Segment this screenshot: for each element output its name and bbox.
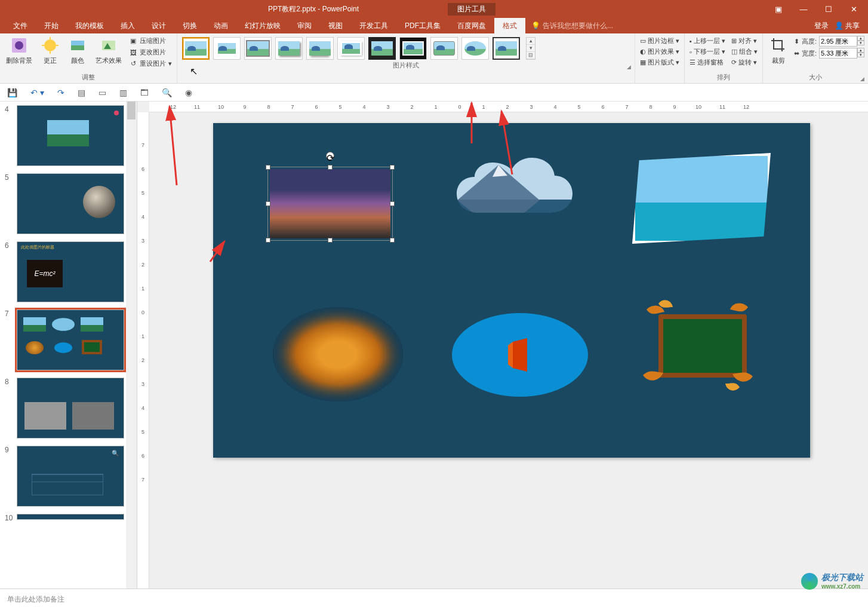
thumb-7: 7	[0, 306, 137, 374]
slide-thumbnail[interactable]	[17, 378, 124, 439]
notes-pane[interactable]: 单击此处添加备注	[0, 588, 868, 610]
send-backward-button[interactable]: ▫下移一层 ▾	[687, 47, 728, 57]
login-button[interactable]: 登录	[814, 21, 829, 31]
picture-blackboard-leaves[interactable]	[638, 301, 767, 394]
selection-pane-button[interactable]: ☰选择窗格	[687, 57, 728, 68]
tab-design[interactable]: 设计	[143, 18, 174, 34]
change-picture-button[interactable]: 🖼更改图片	[127, 47, 174, 57]
picture-style-11[interactable]	[493, 37, 520, 60]
resize-handle-nw[interactable]	[266, 165, 270, 170]
picture-style-9[interactable]	[430, 37, 458, 60]
qat-btn-9[interactable]: ◉	[185, 88, 192, 97]
save-button[interactable]: 💾	[7, 88, 17, 97]
width-up[interactable]: ▴	[857, 48, 864, 53]
picture-office-ellipse[interactable]	[452, 313, 588, 397]
color-button[interactable]: 颜色	[64, 35, 91, 66]
align-button[interactable]: ⊞对齐 ▾	[729, 36, 760, 46]
tab-transitions[interactable]: 切换	[174, 18, 205, 34]
minimize-button[interactable]: —	[795, 5, 812, 14]
qat-btn-8[interactable]: 🔍	[162, 88, 172, 97]
picture-style-8[interactable]	[399, 37, 427, 60]
slide-thumbnail[interactable]: 此处填图片的标题 E=mc²	[17, 241, 124, 302]
ribbon-options-icon[interactable]: ▣	[770, 5, 787, 14]
picture-style-7[interactable]	[368, 37, 396, 60]
picture-style-6[interactable]	[337, 37, 365, 60]
picture-beach-snip[interactable]	[632, 153, 771, 244]
qat-btn-7[interactable]: 🗔	[140, 88, 149, 97]
bring-forward-button[interactable]: ▪上移一层 ▾	[687, 36, 728, 46]
redo-button[interactable]: ↷	[57, 88, 64, 97]
tab-view[interactable]: 视图	[320, 18, 351, 34]
slide-thumbnail[interactable]	[17, 173, 124, 234]
tab-insert[interactable]: 插入	[112, 18, 143, 34]
rotate-button[interactable]: ⟳旋转 ▾	[729, 57, 760, 68]
picture-leaf-oval[interactable]	[273, 307, 403, 401]
reset-picture-button[interactable]: ↺重设图片 ▾	[127, 59, 174, 69]
tab-pdf[interactable]: PDF工具集	[396, 18, 449, 34]
picture-style-5[interactable]	[306, 37, 334, 60]
share-button[interactable]: 👤 共享	[835, 21, 860, 31]
slide-thumbnail[interactable]	[17, 514, 124, 520]
group-button[interactable]: ◫组合 ▾	[729, 47, 760, 57]
tab-slideshow[interactable]: 幻灯片放映	[236, 18, 289, 34]
tab-animations[interactable]: 动画	[205, 18, 236, 34]
slide-editor[interactable]: 1211109876543210123456789101112 76543210…	[137, 102, 868, 588]
picture-layout-button[interactable]: ▦图片版式 ▾	[638, 57, 682, 68]
rotate-handle[interactable]: ⟳	[326, 152, 334, 160]
crop-button[interactable]: 裁剪	[765, 35, 792, 66]
resize-handle-ne[interactable]	[390, 165, 395, 170]
picture-style-4[interactable]	[275, 37, 303, 60]
picture-style-10[interactable]	[461, 37, 489, 60]
resize-handle-s[interactable]	[328, 238, 333, 243]
slide-thumbnail[interactable]	[17, 309, 124, 370]
qat-btn-4[interactable]: ▤	[78, 88, 85, 97]
picstyle-launcher[interactable]: ◢	[627, 64, 631, 70]
resize-handle-e[interactable]	[390, 201, 395, 206]
tab-mytpl[interactable]: 我的模板	[67, 18, 112, 34]
tab-format[interactable]: 格式	[494, 18, 525, 34]
close-button[interactable]: ✕	[845, 5, 862, 14]
picture-effects-button[interactable]: ◐图片效果 ▾	[638, 47, 682, 57]
tab-baidu[interactable]: 百度网盘	[449, 18, 494, 34]
slide-thumbnails-panel[interactable]: 4 5 6 此处填图片的标题 E=mc² 7 8 9	[0, 102, 137, 588]
tab-review[interactable]: 审阅	[289, 18, 320, 34]
picture-city-night[interactable]: ⟳	[268, 167, 392, 240]
compress-picture-button[interactable]: ▣压缩图片	[127, 36, 174, 46]
tell-me-box[interactable]: 💡 告诉我您想要做什么...	[525, 21, 806, 31]
tab-developer[interactable]: 开发工具	[351, 18, 396, 34]
gallery-expand[interactable]: ▴▾⊟	[526, 37, 535, 60]
width-down[interactable]: ▾	[857, 53, 864, 57]
svg-rect-8	[71, 45, 84, 50]
slide-thumbnail[interactable]	[17, 105, 124, 166]
height-down[interactable]: ▾	[857, 41, 864, 45]
remove-background-button[interactable]: 删除背景	[2, 35, 36, 66]
slideshow-from-start-button[interactable]: ▥	[119, 88, 127, 97]
reset-icon: ↺	[129, 60, 137, 68]
picture-mountain-cloud[interactable]	[451, 153, 590, 245]
slide-canvas[interactable]: ⟳	[213, 123, 810, 458]
corrections-button[interactable]: 更正	[37, 35, 63, 66]
height-input[interactable]	[819, 36, 857, 47]
qat-btn-5[interactable]: ▭	[99, 88, 106, 97]
picture-style-1[interactable]	[182, 37, 210, 60]
tab-file[interactable]: 文件	[5, 18, 36, 34]
width-input[interactable]	[819, 48, 857, 59]
picture-border-button[interactable]: ▭图片边框 ▾	[638, 36, 682, 46]
picture-style-3[interactable]	[244, 37, 272, 60]
svg-point-2	[44, 39, 56, 51]
horizontal-ruler: 1211109876543210123456789101112	[149, 102, 868, 112]
watermark-logo-icon	[801, 573, 818, 590]
slide-thumbnail[interactable]: 🔍	[17, 446, 124, 507]
undo-button[interactable]: ↶ ▾	[30, 88, 44, 97]
maximize-button[interactable]: ☐	[820, 5, 837, 14]
thumb-scrollbar[interactable]	[126, 102, 137, 588]
resize-handle-w[interactable]	[266, 201, 270, 206]
size-launcher[interactable]: ◢	[860, 76, 864, 82]
artistic-effects-button[interactable]: 艺术效果	[92, 35, 125, 66]
resize-handle-n[interactable]	[328, 165, 333, 170]
tab-home[interactable]: 开始	[36, 18, 67, 34]
height-up[interactable]: ▴	[857, 36, 864, 41]
resize-handle-sw[interactable]	[266, 238, 270, 243]
picture-style-2[interactable]	[213, 37, 241, 60]
resize-handle-se[interactable]	[390, 238, 395, 243]
